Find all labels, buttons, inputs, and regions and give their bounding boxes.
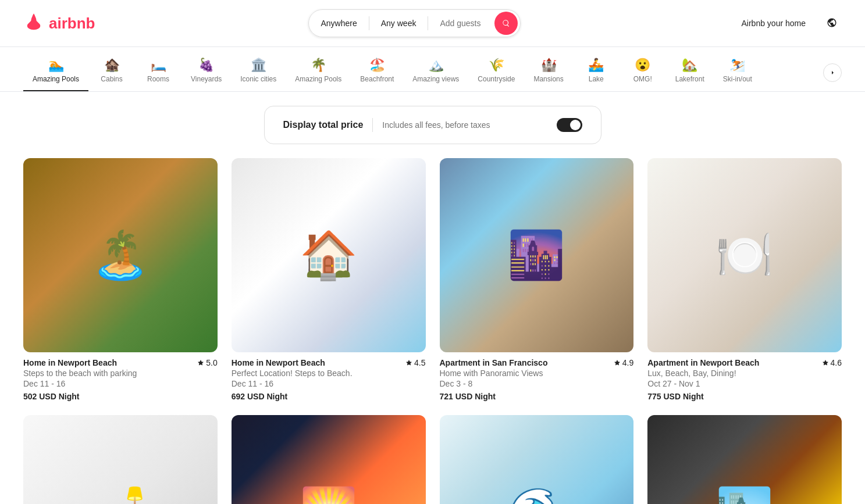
listing-rating: 4.6 — [822, 358, 842, 367]
star-icon — [614, 359, 621, 366]
search-bar: Anywhere Any week Add guests — [308, 9, 521, 37]
listing-title: Apartment in San Francisco — [440, 358, 548, 367]
category-item-mansions[interactable]: 🏰 Mansions — [524, 54, 572, 91]
category-label-vineyards: Vineyards — [191, 75, 222, 83]
listing-card[interactable]: Home in Newport Beach 5.0 Steps to the b… — [23, 158, 218, 401]
price-toggle-switch[interactable] — [557, 118, 582, 132]
listing-image — [647, 415, 842, 504]
listing-card[interactable]: Loft in Downtown LA 4.5 Chic urban loft … — [647, 415, 842, 504]
category-label-lake: Lake — [589, 75, 604, 83]
listing-price: 721 USD Night — [440, 392, 634, 401]
category-icon-amazing-pools-1: 🏊 — [48, 59, 64, 72]
search-submit-button[interactable] — [494, 12, 518, 35]
category-item-iconic-cities[interactable]: 🏛️ Iconic cities — [231, 54, 286, 91]
star-icon — [405, 359, 412, 366]
listing-image — [232, 158, 426, 352]
listing-dates: Dec 3 - 8 — [440, 379, 634, 388]
category-icon-amazing-views: 🏔️ — [428, 59, 444, 72]
category-icon-vineyards: 🍇 — [198, 59, 214, 72]
category-label-ski-in-out: Ski-in/out — [723, 75, 752, 83]
category-item-amazing-views[interactable]: 🏔️ Amazing views — [403, 54, 468, 91]
listing-card[interactable]: Home in Los Angeles 4.8 Modern retreat w… — [23, 415, 218, 504]
listing-price: 692 USD Night — [232, 392, 426, 401]
category-label-rooms: Rooms — [147, 75, 169, 83]
category-item-omg[interactable]: 😮 OMG! — [620, 54, 666, 91]
category-item-amazing-pools-1[interactable]: 🏊 Amazing Pools — [23, 54, 88, 91]
language-button[interactable] — [822, 13, 842, 34]
category-icon-iconic-cities: 🏛️ — [251, 59, 266, 72]
category-item-cabins[interactable]: 🏚️ Cabins — [88, 54, 135, 91]
category-icon-cabins: 🏚️ — [104, 59, 120, 72]
category-item-beachfront[interactable]: 🏖️ Beachfront — [351, 54, 403, 91]
category-item-amazing-pools-2[interactable]: 🌴 Amazing Pools — [286, 54, 351, 91]
listing-image — [23, 158, 218, 352]
globe-icon — [827, 17, 837, 28]
main-header: airbnb Anywhere Any week Add guests Airb… — [0, 0, 865, 47]
listing-card[interactable]: Condo in Santa Monica 4.9 Ocean view, st… — [440, 415, 634, 504]
listing-subtitle: Lux, Beach, Bay, Dining! — [647, 369, 842, 378]
category-nav: 🏊 Amazing Pools 🏚️ Cabins 🛏️ Rooms 🍇 Vin… — [0, 47, 865, 92]
category-icon-lake: 🚣 — [588, 59, 604, 72]
category-icon-lakefront: 🏡 — [682, 59, 697, 72]
listings-grid: Home in Newport Beach 5.0 Steps to the b… — [0, 158, 865, 504]
listing-card[interactable]: Apartment in San Francisco 4.9 Home with… — [440, 158, 634, 401]
listing-info: Apartment in Newport Beach 4.6 Lux, Beac… — [647, 358, 842, 401]
listing-image — [232, 415, 426, 504]
category-label-lakefront: Lakefront — [675, 75, 704, 83]
category-item-lakefront[interactable]: 🏡 Lakefront — [666, 54, 714, 91]
listing-dates: Dec 11 - 16 — [232, 379, 426, 388]
listing-dates: Dec 11 - 16 — [23, 379, 218, 388]
listing-title-row: Apartment in San Francisco 4.9 — [440, 358, 634, 367]
category-icon-mansions: 🏰 — [541, 59, 557, 72]
nav-right: Airbnb your home — [734, 13, 842, 34]
category-label-beachfront: Beachfront — [360, 75, 394, 83]
category-item-countryside[interactable]: 🌾 Countryside — [468, 54, 524, 91]
listing-title: Home in Newport Beach — [23, 358, 117, 367]
listing-rating: 4.9 — [614, 358, 633, 367]
search-icon — [502, 19, 510, 27]
listing-card[interactable]: Villa in Malibu 4.7 Stunning sunset view… — [232, 415, 426, 504]
category-icon-countryside: 🌾 — [489, 59, 504, 72]
listing-title-row: Apartment in Newport Beach 4.6 — [647, 358, 842, 367]
listing-card[interactable]: Home in Newport Beach 4.5 Perfect Locati… — [232, 158, 426, 401]
listing-image — [440, 158, 634, 352]
listing-image — [440, 415, 634, 504]
search-location[interactable]: Anywhere — [309, 14, 368, 33]
listing-title: Home in Newport Beach — [232, 358, 325, 367]
host-link[interactable]: Airbnb your home — [734, 14, 813, 33]
listing-info: Home in Newport Beach 4.5 Perfect Locati… — [232, 358, 426, 401]
listing-subtitle: Home with Panoramic Views — [440, 369, 634, 378]
category-item-lake[interactable]: 🚣 Lake — [573, 54, 620, 91]
listing-card[interactable]: Apartment in Newport Beach 4.6 Lux, Beac… — [647, 158, 842, 401]
listing-image — [23, 415, 218, 504]
category-icon-amazing-pools-2: 🌴 — [311, 59, 326, 72]
category-icon-omg: 😮 — [635, 59, 650, 72]
listing-info: Home in Newport Beach 5.0 Steps to the b… — [23, 358, 218, 401]
listing-info: Apartment in San Francisco 4.9 Home with… — [440, 358, 634, 401]
category-label-countryside: Countryside — [478, 75, 515, 83]
category-icon-rooms: 🛏️ — [151, 59, 166, 72]
category-item-vineyards[interactable]: 🍇 Vineyards — [181, 54, 231, 91]
search-guests[interactable]: Add guests — [428, 14, 492, 33]
category-label-cabins: Cabins — [101, 75, 122, 83]
listing-dates: Oct 27 - Nov 1 — [647, 379, 842, 388]
category-item-rooms[interactable]: 🛏️ Rooms — [135, 54, 181, 91]
category-label-amazing-views: Amazing views — [412, 75, 459, 83]
listing-subtitle: Steps to the beach with parking — [23, 369, 218, 378]
chevron-right-icon — [829, 69, 836, 76]
logo-text: airbnb — [49, 15, 95, 33]
category-icon-ski-in-out: ⛷️ — [729, 59, 745, 72]
search-dates[interactable]: Any week — [369, 14, 428, 33]
category-nav-arrow[interactable] — [823, 63, 842, 82]
logo[interactable]: airbnb — [23, 13, 95, 34]
category-label-iconic-cities: Iconic cities — [240, 75, 276, 83]
listing-rating: 5.0 — [197, 358, 217, 367]
category-label-amazing-pools-1: Amazing Pools — [33, 75, 79, 83]
star-icon — [197, 359, 204, 366]
category-icon-beachfront: 🏖️ — [369, 59, 385, 72]
listing-price: 775 USD Night — [647, 392, 842, 401]
category-item-ski-in-out[interactable]: ⛷️ Ski-in/out — [714, 54, 761, 91]
listing-title-row: Home in Newport Beach 5.0 — [23, 358, 218, 367]
category-label-mansions: Mansions — [533, 75, 563, 83]
listing-rating: 4.5 — [405, 358, 425, 367]
